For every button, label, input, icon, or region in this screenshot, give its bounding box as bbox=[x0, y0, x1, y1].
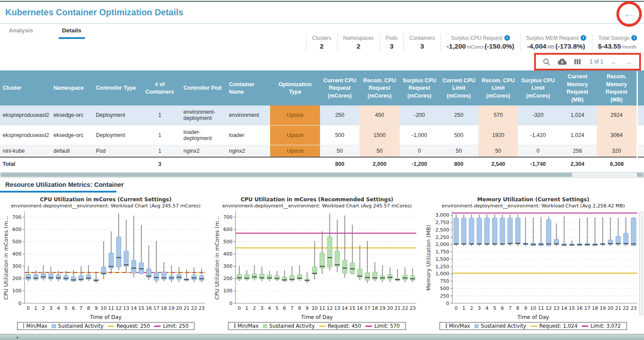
svg-text:6: 6 bbox=[72, 305, 75, 311]
chart-subtitle: environment-deployment__environment: Wor… bbox=[0, 203, 211, 209]
back-button[interactable]: ← bbox=[623, 7, 635, 20]
svg-text:2,500: 2,500 bbox=[436, 227, 450, 233]
column-header[interactable]: Namespace bbox=[51, 71, 93, 105]
svg-text:8: 8 bbox=[298, 305, 301, 311]
chart-xlabel: Time of Day bbox=[422, 314, 644, 321]
svg-text:1,000: 1,000 bbox=[436, 271, 450, 277]
table-horizontal-scrollbar[interactable] bbox=[0, 172, 644, 178]
column-header[interactable]: Current Memory Request (MB) bbox=[558, 71, 597, 105]
column-header[interactable]: Controller Pod bbox=[181, 71, 226, 105]
table-row[interactable]: ekspreproduseast2eksedge-orcDeployment1l… bbox=[0, 125, 644, 145]
next-page-icon[interactable]: → bbox=[625, 58, 632, 66]
svg-text:17: 17 bbox=[584, 305, 590, 311]
cloud-download-icon[interactable] bbox=[557, 58, 567, 65]
table-cell: -1,420 bbox=[518, 125, 558, 145]
table-cell: loader-deployment bbox=[181, 125, 226, 145]
column-header[interactable]: Recom. CPU Limit (mCores) bbox=[479, 71, 518, 105]
table-cell: 500 bbox=[439, 125, 479, 145]
chart-subtitle: environment-deployment__environment: Wor… bbox=[422, 203, 644, 209]
svg-text:18: 18 bbox=[161, 305, 167, 311]
table-total-row: Total38002,000-1,2008002,540-1,7402,3046… bbox=[0, 157, 644, 170]
table-cell: 1 bbox=[139, 105, 181, 125]
tab-analysis[interactable]: Analysis bbox=[5, 25, 37, 39]
table-cell: -320 bbox=[518, 105, 558, 125]
table-row[interactable]: nini-kubedefaultPod1nginx2nginx2Upsize50… bbox=[0, 145, 644, 157]
column-header[interactable]: Cluster bbox=[0, 71, 51, 105]
table-cell-sliver bbox=[637, 105, 644, 125]
table-total-cell bbox=[270, 157, 320, 170]
svg-text:13: 13 bbox=[123, 305, 129, 311]
tab-bar: Analysis Details bbox=[5, 25, 85, 39]
svg-text:10: 10 bbox=[100, 305, 106, 311]
column-header[interactable]: Recom. Memory Request (MB) bbox=[597, 71, 637, 105]
table-cell: nini-kube bbox=[0, 145, 51, 157]
table-cell: nginx2 bbox=[181, 145, 226, 157]
svg-text:250: 250 bbox=[440, 293, 449, 299]
page: Kubernetes Container Optimization Detail… bbox=[0, 0, 644, 340]
svg-text:600: 600 bbox=[12, 227, 21, 232]
svg-text:23: 23 bbox=[630, 305, 637, 311]
table-total-sliver bbox=[637, 157, 644, 170]
table-total-cell bbox=[93, 157, 139, 170]
table-cell: Deployment bbox=[93, 105, 139, 125]
scrollbar-end-cap[interactable] bbox=[637, 173, 643, 177]
info-icon[interactable]: i bbox=[581, 35, 586, 41]
table-total-cell: 6,308 bbox=[597, 157, 637, 170]
table-cell: Pod bbox=[93, 145, 139, 157]
info-icon[interactable]: i bbox=[631, 35, 637, 41]
info-icon[interactable]: i bbox=[504, 35, 510, 41]
svg-text:1: 1 bbox=[34, 305, 37, 311]
column-header[interactable]: # of Containers bbox=[139, 71, 181, 105]
svg-text:1,250: 1,250 bbox=[436, 264, 450, 270]
table-total-cell: 2,000 bbox=[359, 157, 400, 170]
table-total-cell: Total bbox=[0, 157, 51, 170]
svg-text:2: 2 bbox=[253, 305, 256, 311]
column-header[interactable]: Current CPU Limit (mCores) bbox=[439, 71, 479, 105]
table-total-cell bbox=[181, 157, 226, 170]
svg-text:14: 14 bbox=[342, 305, 348, 311]
table-cell: -1,000 bbox=[400, 125, 439, 145]
column-header[interactable]: Surplus CPU Limit (mCores) bbox=[518, 71, 558, 105]
column-header[interactable]: Controller Type bbox=[93, 71, 139, 105]
svg-text:21: 21 bbox=[394, 305, 401, 311]
column-header[interactable]: Recom. CPU Request (mCores) bbox=[359, 71, 400, 105]
limit-swatch bbox=[366, 326, 372, 327]
svg-text:18: 18 bbox=[592, 305, 598, 311]
tab-details[interactable]: Details bbox=[59, 25, 85, 39]
svg-text:8: 8 bbox=[87, 305, 90, 311]
expander-icon[interactable]: ▸ bbox=[17, 334, 19, 340]
svg-text:21: 21 bbox=[183, 305, 189, 311]
scrollbar-thumb[interactable] bbox=[1, 173, 572, 177]
svg-text:5: 5 bbox=[493, 305, 496, 311]
search-icon[interactable] bbox=[543, 58, 550, 66]
svg-text:750: 750 bbox=[440, 278, 449, 284]
table-cell: 3064 bbox=[597, 125, 637, 145]
svg-text:11: 11 bbox=[108, 305, 114, 311]
svg-text:14: 14 bbox=[130, 305, 137, 311]
limit-swatch bbox=[154, 326, 161, 327]
column-header-sliver bbox=[637, 71, 644, 105]
svg-text:2,250: 2,250 bbox=[436, 235, 450, 240]
prev-page-icon[interactable]: ← bbox=[610, 58, 618, 66]
column-header[interactable]: Container Name bbox=[226, 71, 270, 105]
svg-text:22: 22 bbox=[191, 305, 197, 311]
table-cell: eksedge-orc bbox=[51, 105, 93, 125]
table-cell: environment-deployment bbox=[181, 105, 226, 125]
svg-text:12: 12 bbox=[545, 305, 552, 311]
request-swatch bbox=[108, 326, 114, 327]
columns-icon[interactable] bbox=[574, 59, 581, 65]
table-cell: default bbox=[51, 145, 93, 157]
svg-text:9: 9 bbox=[306, 305, 309, 311]
bottom-panel-bar[interactable]: ▸ bbox=[0, 334, 644, 340]
svg-text:17: 17 bbox=[153, 305, 159, 311]
column-header[interactable]: Optimization Type bbox=[270, 71, 320, 105]
table-total-cell: -1,740 bbox=[518, 157, 558, 170]
chart-vertical-scrollbar[interactable] bbox=[639, 212, 643, 315]
table-row[interactable]: ekspreproduseast2eksedge-orcDeployment1e… bbox=[0, 105, 644, 125]
svg-text:20: 20 bbox=[387, 305, 393, 311]
svg-text:22: 22 bbox=[402, 305, 408, 311]
svg-text:2: 2 bbox=[470, 305, 473, 311]
column-header[interactable]: Current CPU Request (mCores) bbox=[320, 71, 359, 105]
svg-text:21: 21 bbox=[615, 305, 621, 311]
column-header[interactable]: Surplus CPU Request (mCores) bbox=[400, 71, 439, 105]
